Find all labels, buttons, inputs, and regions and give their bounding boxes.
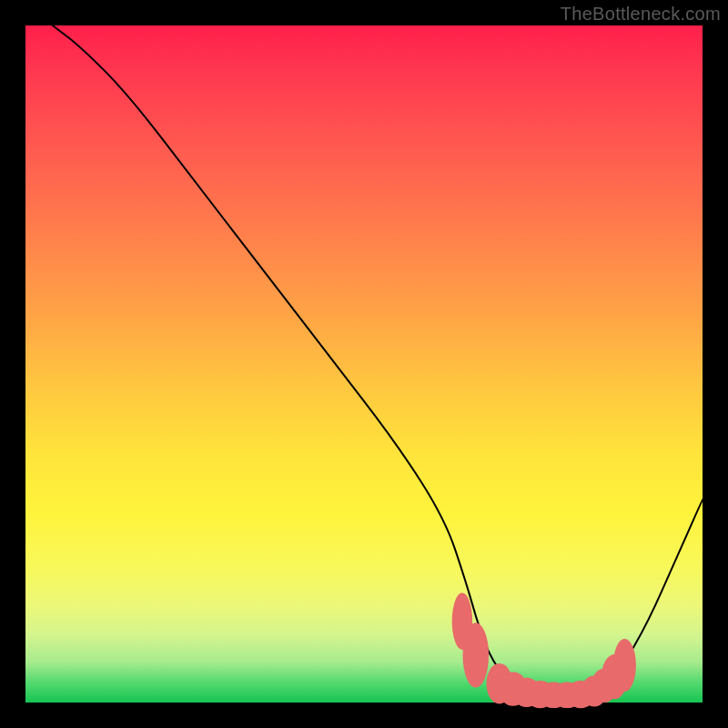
marker-group [452,593,636,709]
watermark-label: TheBottleneck.com [561,4,721,25]
highlight-marker [463,622,490,687]
chart-overlay [25,25,703,703]
bottleneck-curve [53,25,703,695]
plot-area [25,25,703,703]
highlight-marker [613,639,636,692]
